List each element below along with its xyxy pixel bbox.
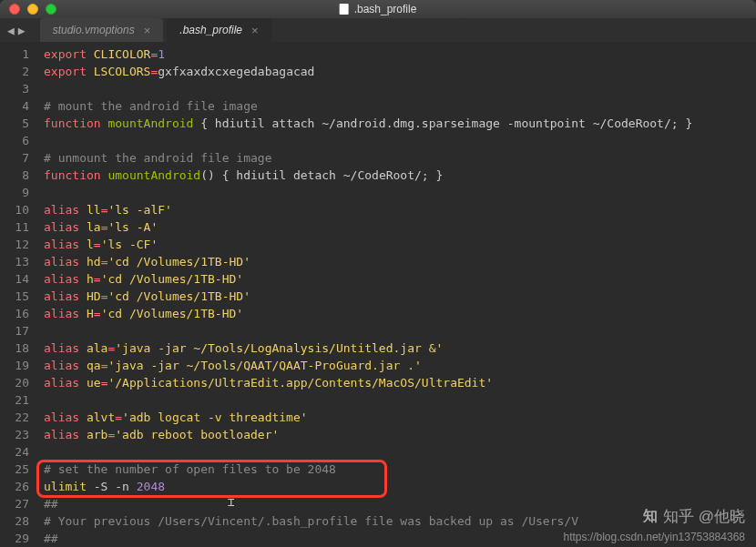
document-icon	[340, 4, 349, 15]
window-title: .bash_profile	[340, 3, 417, 15]
tab-label: studio.vmoptions	[53, 24, 135, 36]
minimize-window-button[interactable]	[27, 4, 38, 15]
watermark-url: https://blog.csdn.net/yin13753884368	[564, 531, 746, 543]
window-title-text: .bash_profile	[354, 3, 417, 15]
window-controls	[9, 4, 56, 15]
toolbar-row: ◀ ▶ studio.vmoptions × .bash_profile ×	[0, 18, 756, 42]
watermark-text: 知乎 @他晓	[663, 506, 745, 527]
tab-bash-profile[interactable]: .bash_profile ×	[167, 18, 271, 42]
editor: 1234567891011121314151617181920212223242…	[0, 42, 756, 547]
nav-arrows: ◀ ▶	[7, 24, 26, 37]
text-cursor-icon: ⌶	[228, 495, 235, 509]
editor-window: .bash_profile ◀ ▶ studio.vmoptions × .ba…	[0, 0, 756, 547]
code-area[interactable]: export CLICOLOR=1export LSCOLORS=gxfxaxd…	[36, 42, 756, 547]
line-number-gutter: 1234567891011121314151617181920212223242…	[0, 42, 36, 547]
titlebar: .bash_profile	[0, 0, 756, 18]
maximize-window-button[interactable]	[46, 4, 56, 15]
tab-bar: studio.vmoptions × .bash_profile ×	[40, 18, 275, 42]
close-icon[interactable]: ×	[251, 24, 259, 37]
watermark: 知 知乎 @他晓	[643, 506, 745, 527]
tab-studio-vmoptions[interactable]: studio.vmoptions ×	[40, 18, 164, 42]
close-icon[interactable]: ×	[144, 24, 151, 37]
zhihu-logo-icon: 知	[643, 507, 658, 526]
close-window-button[interactable]	[9, 4, 20, 15]
nav-forward-icon[interactable]: ▶	[18, 24, 26, 37]
tab-label: .bash_profile	[179, 24, 242, 36]
nav-back-icon[interactable]: ◀	[7, 24, 15, 37]
